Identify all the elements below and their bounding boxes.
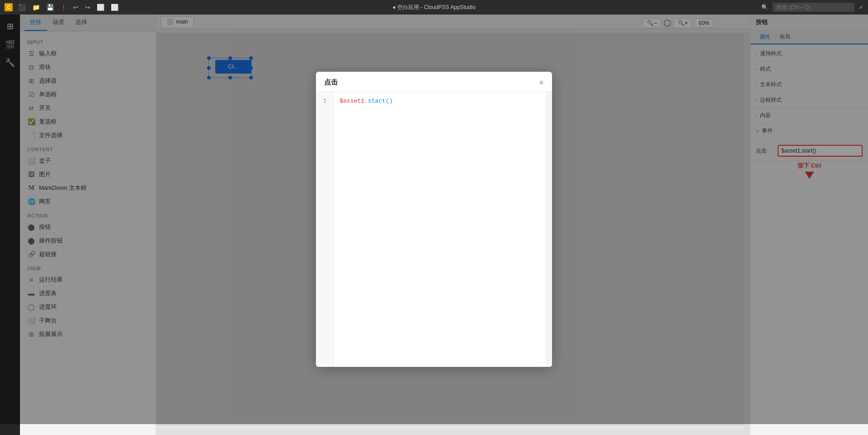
titlebar: C ⬛ 📁 💾 ⋮ ↩ ↪ ⬜ ⬜ ● 空白应用 - CloudPSS AppS… bbox=[0, 0, 868, 15]
search-input[interactable] bbox=[773, 3, 854, 12]
new-icon[interactable]: ⬛ bbox=[16, 3, 28, 12]
title-right: 🔍 ✓ bbox=[761, 3, 863, 12]
preview-icon[interactable]: ⬜ bbox=[95, 3, 106, 12]
modal-overlay[interactable]: 点击 × 1 $asset1.start() bbox=[0, 15, 868, 424]
modal-body: 1 $asset1.start() bbox=[316, 92, 552, 367]
export-icon[interactable]: ⬜ bbox=[109, 3, 120, 12]
line-numbers: 1 bbox=[316, 92, 334, 367]
save-icon[interactable]: 💾 bbox=[44, 3, 56, 12]
modal-scrollbar[interactable] bbox=[546, 92, 552, 367]
modal-title: 点击 bbox=[324, 78, 338, 87]
modal: 点击 × 1 $asset1.start() bbox=[316, 72, 552, 367]
window-title: ● 空白应用 - CloudPSS AppStudio bbox=[393, 4, 476, 11]
app-icon: C bbox=[5, 3, 13, 11]
canvas-scrollbar-h[interactable] bbox=[156, 429, 750, 435]
redo-icon[interactable]: ↪ bbox=[83, 3, 92, 12]
undo-icon[interactable]: ↩ bbox=[71, 3, 80, 12]
modal-close-button[interactable]: × bbox=[539, 79, 544, 87]
window-controls: ✓ bbox=[859, 4, 863, 10]
code-var: $asset1 bbox=[340, 98, 365, 104]
toolbar-icons: ⬛ 📁 💾 ⋮ ↩ ↪ ⬜ ⬜ bbox=[16, 3, 120, 12]
search-icon: 🔍 bbox=[761, 4, 768, 10]
modal-header: 点击 × bbox=[316, 72, 552, 92]
code-content[interactable]: $asset1.start() bbox=[334, 92, 546, 367]
open-icon[interactable]: 📁 bbox=[30, 3, 42, 12]
more-icon[interactable]: ⋮ bbox=[59, 3, 69, 12]
code-method: .start() bbox=[365, 98, 393, 104]
line-number-1: 1 bbox=[316, 96, 334, 106]
title-left: C ⬛ 📁 💾 ⋮ ↩ ↪ ⬜ ⬜ bbox=[5, 3, 120, 12]
code-editor: 1 $asset1.start() bbox=[316, 92, 552, 367]
